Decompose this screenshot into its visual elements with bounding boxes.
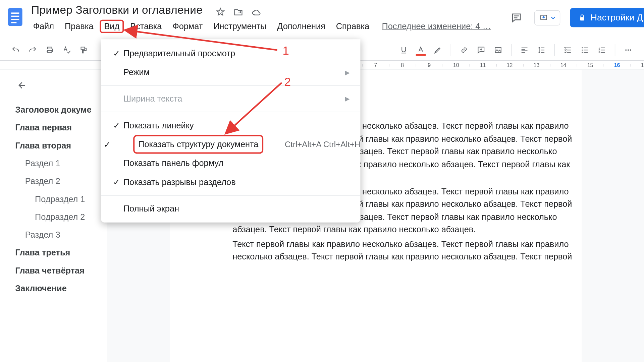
image-icon[interactable] <box>490 42 505 57</box>
align-icon[interactable] <box>517 42 532 57</box>
doc-title[interactable]: Пример Заголовки и оглавление <box>29 3 205 17</box>
outline-item[interactable]: Заголовок докуме <box>15 101 103 119</box>
dd-show-outline[interactable]: Показать структуру документа <box>133 135 263 154</box>
svg-rect-1 <box>11 12 19 14</box>
outline-item[interactable]: Раздел 1 <box>15 155 103 172</box>
comment-add-icon[interactable] <box>474 42 489 57</box>
highlight-icon[interactable] <box>430 42 445 57</box>
menu-bar: Файл Правка Вид Вставка Формат Инструмен… <box>29 19 491 33</box>
outline-item[interactable]: Глава первая <box>15 119 103 137</box>
number-list-icon[interactable]: 123 <box>594 42 609 57</box>
undo-icon[interactable] <box>8 42 23 57</box>
ruler-tick: 12 <box>496 62 523 68</box>
annotation-1: 1 <box>282 44 289 58</box>
svg-point-14 <box>625 49 627 51</box>
link-icon[interactable] <box>457 42 472 57</box>
line-spacing-icon[interactable] <box>534 42 549 57</box>
underline-icon[interactable] <box>396 42 411 57</box>
outline-item[interactable]: Подраздел 2 <box>15 208 103 226</box>
dd-text-width[interactable]: Ширина текста▶ <box>101 89 360 108</box>
svg-rect-4 <box>11 22 16 23</box>
cloud-icon[interactable] <box>251 7 261 17</box>
outline-item[interactable]: Глава вторая <box>15 137 103 155</box>
outline-item[interactable]: Подраздел 1 <box>15 190 103 208</box>
svg-text:3: 3 <box>598 51 600 54</box>
ruler-tick: 10 <box>443 62 470 68</box>
ruler-tick: 14 <box>550 62 577 68</box>
ruler-tick: 15 <box>577 62 604 68</box>
last-change[interactable]: Последнее изменение: 4 … <box>382 21 491 31</box>
more-icon[interactable] <box>621 42 636 57</box>
menu-tools[interactable]: Инструменты <box>209 19 271 33</box>
docs-logo[interactable] <box>4 4 26 31</box>
ruler-tick: 16 <box>604 62 631 68</box>
view-dropdown: ✓Предварительный просмотр Режим▶ Ширина … <box>101 39 360 223</box>
checklist-icon[interactable] <box>560 42 575 57</box>
redo-icon[interactable] <box>25 42 40 57</box>
ruler-tick: 8 <box>389 62 416 68</box>
outline-panel: Заголовок докумеГлава перваяГлава вторая… <box>0 70 107 362</box>
text-color-icon[interactable] <box>413 42 428 57</box>
outline-item[interactable]: Заключение <box>15 280 103 297</box>
svg-point-16 <box>630 49 631 51</box>
print-icon[interactable] <box>42 42 57 57</box>
ruler-tick: 17 <box>631 62 644 68</box>
menu-edit[interactable]: Правка <box>60 19 98 33</box>
star-icon[interactable] <box>215 7 225 17</box>
dd-mode[interactable]: Режим▶ <box>101 63 360 82</box>
menu-view[interactable]: Вид <box>100 19 124 33</box>
svg-rect-2 <box>11 16 19 17</box>
svg-point-9 <box>582 49 583 50</box>
ruler-tick: 9 <box>416 62 443 68</box>
svg-rect-3 <box>11 19 19 20</box>
svg-point-8 <box>582 47 583 48</box>
outline-item[interactable]: Глава третья <box>15 244 103 262</box>
svg-rect-6 <box>580 17 584 20</box>
menu-file[interactable]: Файл <box>29 19 58 33</box>
ruler-tick: 11 <box>470 62 496 68</box>
menu-help[interactable]: Справка <box>331 19 374 33</box>
spellcheck-icon[interactable] <box>59 42 74 57</box>
outline-back-icon[interactable] <box>15 79 103 93</box>
comments-icon[interactable] <box>508 10 524 26</box>
outline-item[interactable]: Раздел 2 <box>15 173 103 190</box>
svg-rect-7 <box>495 47 501 53</box>
menu-format[interactable]: Формат <box>168 19 207 33</box>
svg-point-10 <box>582 52 583 53</box>
dd-show-section-breaks[interactable]: ✓Показать разрывы разделов <box>101 173 360 192</box>
dd-show-ruler[interactable]: ✓Показать линейку <box>101 116 360 135</box>
outline-item[interactable]: Глава четвёртая <box>15 262 103 280</box>
outline-item[interactable]: Раздел 3 <box>15 226 103 244</box>
paint-format-icon[interactable] <box>76 42 91 57</box>
menu-insert[interactable]: Вставка <box>126 19 166 33</box>
share-button[interactable]: Настройки Д <box>570 8 644 27</box>
share-label: Настройки Д <box>591 12 643 23</box>
dd-show-formula[interactable]: Показать панель формул <box>101 154 360 173</box>
present-button[interactable] <box>534 10 560 25</box>
dd-preview[interactable]: ✓Предварительный просмотр <box>101 44 360 63</box>
dd-shortcut: Ctrl+Alt+A Ctrl+Alt+H <box>285 140 360 149</box>
annotation-2: 2 <box>284 75 291 89</box>
svg-point-15 <box>628 49 629 51</box>
move-icon[interactable] <box>233 7 243 17</box>
doc-paragraph: Текст первой главы как правило несколько… <box>232 238 577 263</box>
dd-fullscreen[interactable]: Полный экран <box>101 199 360 218</box>
ruler-tick: 7 <box>362 62 389 68</box>
menu-addons[interactable]: Дополнения <box>273 19 330 33</box>
ruler-tick: 13 <box>523 62 550 68</box>
header: Пример Заголовки и оглавление Файл Правк… <box>0 0 644 39</box>
bullet-list-icon[interactable] <box>577 42 592 57</box>
